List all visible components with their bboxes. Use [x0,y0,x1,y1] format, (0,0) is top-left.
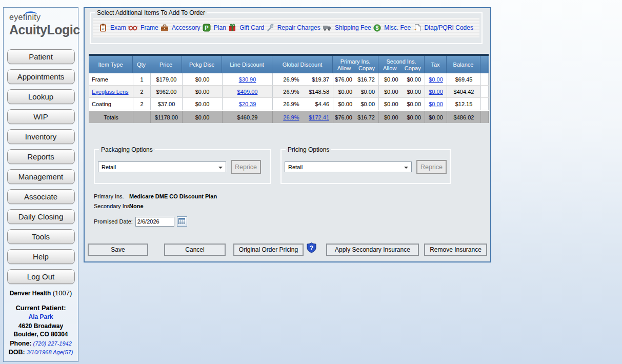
sidebar-item-inventory[interactable]: Inventory [7,129,75,144]
phone-label: Phone: [10,340,31,347]
add-gift-card-button[interactable]: Gift Card [228,24,264,32]
cell-value: $460.29 [237,114,258,120]
table-cell: $460.29 [223,111,273,123]
secondary-insurance-value: None [129,203,144,209]
table-cell: $486.02 [447,111,481,123]
table-cell: $0.00$0.00 [379,98,425,110]
cancel-button[interactable]: Cancel [164,244,226,256]
table-cell-spacer [481,73,489,85]
add-misc-fee-button[interactable]: $ Misc. Fee [373,24,411,32]
original-order-pricing-button[interactable]: Original Order Pricing [233,244,304,256]
patient-address-line2: Boulder, CO 80304 [4,330,78,338]
order-panel: Select Additional Items To Add To Order … [84,7,491,262]
cell-link[interactable]: $0.00 [429,101,443,107]
packaging-selected-value: Retail [102,164,116,170]
sidebar-item-log-out[interactable]: Log Out [7,269,75,284]
table-cell: $0.00$0.00 [379,111,425,123]
table-cell: $0.00$0.00 [379,73,425,85]
add-exam-button[interactable]: Exam [99,24,126,32]
remove-insurance-button[interactable]: Remove Insurance [424,244,487,256]
sidebar-item-appointments[interactable]: Appointments [7,69,75,84]
cell-value: $148.58 [303,89,333,95]
table-row: Frame1$179.00$0.00$30.9026.9%$19.37$76.0… [89,73,489,86]
add-repair-charges-button[interactable]: Repair Charges [267,24,320,32]
column-header: Primary Ins.AllowCopay [333,56,378,73]
table-cell: 2 [133,86,151,97]
cell-value: $76.00 [333,76,356,83]
patient-name-link[interactable]: Ala Park [4,313,78,320]
table-cell: Coating [89,98,133,110]
chevron-down-icon [404,167,408,171]
order-items-table: Item TypeQtyPricePckg DiscLine DiscountG… [89,54,489,123]
cell-link[interactable]: Eyeglass Lens [92,89,129,95]
add-frame-label: Frame [141,24,158,31]
add-frame-button[interactable]: Frame [128,24,158,31]
app-logo: eyefinity AcuityLogic [4,8,78,45]
packaging-reprice-button[interactable]: Reprice [231,160,261,174]
sidebar-item-wip[interactable]: WIP [7,109,75,124]
table-cell: $962.00 [151,86,183,97]
column-header-label: Primary Ins. [340,58,371,65]
packaging-select[interactable]: Retail [98,161,226,172]
promised-date-input[interactable] [135,217,174,227]
cell-value: $0.00 [333,89,356,95]
exam-icon [99,24,107,32]
cell-value: $76.00 [333,114,356,120]
table-cell: $409.00 [223,86,273,97]
table-cell: $0.00 [183,98,223,110]
patient-phone-row: Phone: (720) 227-1942 [4,340,78,347]
table-cell-spacer [481,98,489,110]
secondary-insurance-label: Secondary Ins. [94,203,128,209]
table-cell: 26.9%$19.37 [273,73,333,85]
table-cell: $69.45 [447,73,481,85]
sidebar-item-lookup[interactable]: Lookup [7,89,75,104]
table-totals-row: Totals$1178.00$0.00$460.2926.9%$172.41$7… [89,110,489,123]
cell-link[interactable]: $409.00 [237,89,258,95]
cell-value: $0.00 [402,89,425,95]
cell-value: $37.00 [158,101,175,107]
pricing-reprice-button[interactable]: Reprice [416,160,447,174]
cell-link[interactable]: $0.00 [429,89,443,95]
column-header: Item Type [89,56,133,73]
cell-link[interactable]: $20.39 [239,101,256,107]
sidebar-item-patient[interactable]: Patient [7,49,75,64]
table-cell: 2 [133,98,151,110]
table-cell: $1178.00 [151,111,183,123]
table-cell: $0.00$0.00 [333,86,379,97]
table-cell: 26.9%$172.41 [273,111,333,123]
cell-link[interactable]: $30.90 [239,76,256,83]
cell-link[interactable]: $0.00 [429,76,443,83]
sidebar-item-daily-closing[interactable]: Daily Closing [7,209,75,224]
store-name: Denver Health [10,290,51,297]
sidebar-item-tools[interactable]: Tools [7,229,75,244]
column-subheader-label: Copay [402,65,425,71]
sidebar-item-associate[interactable]: Associate [7,189,75,204]
sidebar-item-reports[interactable]: Reports [7,149,75,164]
sidebar-item-help[interactable]: Help [7,249,75,264]
patient-dob-row: DOB: 3/10/1968 Age(57) [4,349,78,356]
sidebar-item-management[interactable]: Management [7,169,75,184]
add-diag-pqri-codes-button[interactable]: Diag/PQRI Codes [413,24,473,32]
cell-link[interactable]: 26.9% [273,114,303,120]
current-patient-heading: Current Patient: [4,304,78,312]
pricing-select[interactable]: Retail [285,161,412,172]
add-shipping-fee-button[interactable]: Shipping Fee [323,24,371,31]
apply-secondary-insurance-button[interactable]: Apply Secondary Insurance [326,244,419,256]
add-accessory-button[interactable]: Accessory [160,24,200,32]
cell-value: 2 [140,101,143,107]
add-misc-fee-label: Misc. Fee [384,24,411,31]
column-header-label: Balance [453,62,474,68]
help-icon[interactable]: ? [307,242,316,253]
promised-date-label: Promised Date: [94,218,133,225]
table-cell: 1 [133,73,151,85]
cell-value: $1178.00 [155,114,178,120]
table-cell: 26.9%$148.58 [273,86,333,97]
calendar-button[interactable] [177,216,187,227]
plan-icon: P [203,24,211,32]
table-cell: $12.15 [447,98,481,110]
save-button[interactable]: Save [88,244,148,256]
add-plan-button[interactable]: P Plan [203,24,226,32]
cell-value: $0.00 [195,114,210,120]
add-exam-label: Exam [110,24,126,31]
cell-link[interactable]: $172.41 [303,114,333,120]
